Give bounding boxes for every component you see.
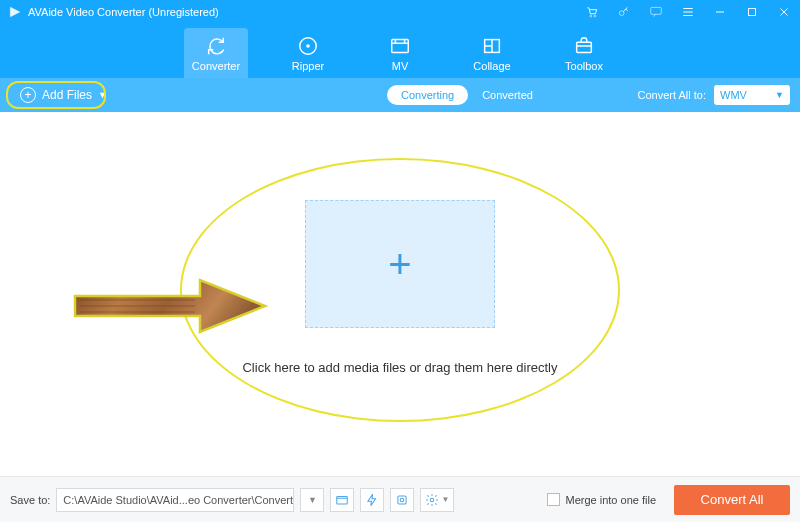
- svg-point-13: [431, 498, 435, 502]
- drop-zone[interactable]: +: [305, 200, 495, 328]
- convert-all-label: Convert All to:: [638, 89, 706, 101]
- nav-ripper[interactable]: Ripper: [276, 28, 340, 78]
- svg-rect-11: [398, 495, 406, 503]
- nav-label: Collage: [473, 60, 510, 72]
- nav-collage[interactable]: Collage: [460, 28, 524, 78]
- high-speed-button[interactable]: [360, 488, 384, 512]
- plus-circle-icon: +: [20, 87, 36, 103]
- add-files-button[interactable]: + Add Files ▼: [10, 83, 117, 107]
- settings-button[interactable]: ▼: [420, 488, 454, 512]
- app-logo-icon: [8, 5, 22, 19]
- nav-label: Ripper: [292, 60, 324, 72]
- format-select[interactable]: WMV ▼: [714, 85, 790, 105]
- minimize-icon[interactable]: [712, 4, 728, 20]
- svg-rect-4: [749, 9, 756, 16]
- annotation-arrow-icon: [70, 276, 270, 336]
- titlebar-actions: [584, 4, 792, 20]
- svg-point-0: [590, 15, 592, 17]
- nav-converter[interactable]: Converter: [184, 28, 248, 78]
- save-path-dropdown[interactable]: ▼: [300, 488, 324, 512]
- convert-all-button[interactable]: Convert All: [674, 485, 790, 515]
- merge-label: Merge into one file: [566, 494, 657, 506]
- app-window: AVAide Video Converter (Unregistered) Co…: [0, 0, 800, 522]
- svg-rect-10: [337, 496, 348, 504]
- key-icon[interactable]: [616, 4, 632, 20]
- nav-label: MV: [392, 60, 409, 72]
- maximize-icon[interactable]: [744, 4, 760, 20]
- svg-rect-9: [577, 42, 592, 52]
- close-icon[interactable]: [776, 4, 792, 20]
- svg-point-2: [619, 11, 624, 16]
- nav-label: Toolbox: [565, 60, 603, 72]
- feedback-icon[interactable]: [648, 4, 664, 20]
- svg-point-6: [306, 44, 310, 48]
- merge-checkbox[interactable]: Merge into one file: [547, 493, 657, 506]
- save-to-label: Save to:: [10, 494, 50, 506]
- svg-rect-7: [392, 39, 409, 52]
- nav-toolbox[interactable]: Toolbox: [552, 28, 616, 78]
- chevron-down-icon: ▼: [308, 495, 317, 505]
- plus-icon: +: [388, 242, 411, 287]
- svg-point-1: [594, 15, 596, 17]
- checkbox-icon: [547, 493, 560, 506]
- menu-icon[interactable]: [680, 4, 696, 20]
- save-to-path[interactable]: C:\AVAide Studio\AVAid...eo Converter\Co…: [56, 488, 294, 512]
- status-tabs: Converting Converted: [387, 85, 547, 105]
- chevron-down-icon: ▼: [775, 90, 784, 100]
- chevron-down-icon: ▼: [441, 495, 449, 504]
- svg-rect-3: [651, 7, 662, 14]
- main-area: + Click here to add media files or drag …: [0, 112, 800, 476]
- bottom-bar: Save to: C:\AVAide Studio\AVAid...eo Con…: [0, 476, 800, 522]
- open-folder-button[interactable]: [330, 488, 354, 512]
- add-files-label: Add Files: [42, 88, 92, 102]
- main-nav: Converter Ripper MV Collage Toolbox: [0, 24, 800, 78]
- format-selected: WMV: [720, 89, 747, 101]
- gpu-accel-button[interactable]: [390, 488, 414, 512]
- convert-all-to: Convert All to: WMV ▼: [638, 85, 790, 105]
- tab-converting[interactable]: Converting: [387, 85, 468, 105]
- sub-toolbar: + Add Files ▼ Converting Converted Conve…: [0, 78, 800, 112]
- chevron-down-icon: ▼: [98, 90, 107, 100]
- cart-icon[interactable]: [584, 4, 600, 20]
- svg-point-12: [401, 498, 405, 502]
- app-title: AVAide Video Converter (Unregistered): [28, 6, 219, 18]
- titlebar: AVAide Video Converter (Unregistered): [0, 0, 800, 24]
- drop-instruction: Click here to add media files or drag th…: [0, 360, 800, 375]
- tab-converted[interactable]: Converted: [468, 85, 547, 105]
- nav-mv[interactable]: MV: [368, 28, 432, 78]
- nav-label: Converter: [192, 60, 240, 72]
